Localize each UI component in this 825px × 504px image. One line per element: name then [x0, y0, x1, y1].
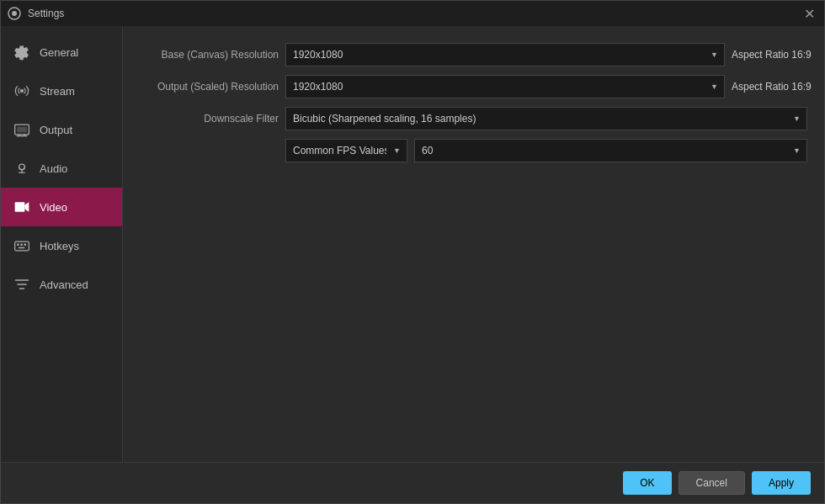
output-resolution-control: 1920x1080 1280x720 854x480 640x360 Aspec… [285, 75, 807, 98]
bottom-bar: OK Cancel Apply [1, 462, 824, 503]
svg-rect-7 [17, 244, 19, 247]
output-aspect-ratio: Aspect Ratio 16:9 [732, 81, 807, 93]
svg-point-1 [20, 89, 24, 93]
fps-type-select[interactable]: Common FPS Values Integer FPS Value Frac… [285, 139, 407, 162]
svg-rect-3 [17, 127, 27, 133]
base-aspect-ratio: Aspect Ratio 16:9 [732, 49, 807, 61]
base-resolution-control: 1920x1080 2560x1440 3840x2160 1280x720 A… [285, 43, 807, 66]
sidebar-label-hotkeys: Hotkeys [40, 240, 79, 252]
settings-window: Settings ✕ General [0, 0, 825, 504]
downscale-filter-label: Downscale Filter [140, 113, 279, 125]
video-icon [13, 198, 31, 216]
gear-icon [13, 43, 31, 61]
sidebar-label-advanced: Advanced [40, 279, 88, 291]
advanced-icon [13, 275, 31, 294]
sidebar-item-stream[interactable]: Stream [1, 72, 122, 110]
svg-rect-10 [19, 247, 24, 249]
stream-icon [13, 82, 31, 100]
fps-row: Common FPS Values Integer FPS Value Frac… [140, 139, 807, 162]
sidebar-item-audio[interactable]: Audio [1, 149, 122, 188]
base-resolution-row: Base (Canvas) Resolution 1920x1080 2560x… [140, 43, 807, 66]
fps-value-select[interactable]: 60 59.94 (NTSC) 50 30 29.97 (NTSC) 25 (P… [414, 139, 807, 162]
downscale-filter-control: Bicubic (Sharpened scaling, 16 samples) … [285, 107, 807, 130]
window-title: Settings [28, 8, 64, 19]
base-resolution-dropdown-wrapper: 1920x1080 2560x1440 3840x2160 1280x720 [285, 43, 725, 66]
sidebar-label-stream: Stream [40, 85, 75, 98]
fps-value-wrapper: 60 59.94 (NTSC) 50 30 29.97 (NTSC) 25 (P… [414, 139, 807, 162]
svg-rect-9 [24, 244, 27, 247]
close-button[interactable]: ✕ [801, 5, 817, 22]
hotkeys-icon [13, 236, 31, 255]
output-resolution-dropdown-wrapper: 1920x1080 1280x720 854x480 640x360 [285, 75, 725, 98]
output-resolution-label: Output (Scaled) Resolution [140, 81, 279, 93]
sidebar-item-video[interactable]: Video [1, 188, 122, 226]
sidebar-item-advanced[interactable]: Advanced [1, 265, 122, 304]
output-resolution-select[interactable]: 1920x1080 1280x720 854x480 640x360 [285, 75, 725, 98]
base-resolution-label: Base (Canvas) Resolution [140, 49, 279, 61]
downscale-dropdown-wrapper: Bicubic (Sharpened scaling, 16 samples) … [285, 107, 807, 130]
sidebar-item-output[interactable]: Output [1, 110, 122, 149]
main-content: Base (Canvas) Resolution 1920x1080 2560x… [123, 26, 824, 462]
base-resolution-select[interactable]: 1920x1080 2560x1440 3840x2160 1280x720 [285, 43, 725, 66]
settings-grid: Base (Canvas) Resolution 1920x1080 2560x… [140, 43, 807, 162]
audio-icon [13, 159, 31, 178]
sidebar-item-general[interactable]: General [1, 33, 122, 72]
sidebar-label-audio: Audio [40, 162, 67, 175]
app-icon [8, 7, 21, 20]
sidebar-label-video: Video [40, 201, 67, 214]
svg-rect-6 [15, 241, 29, 251]
sidebar: General Stream [1, 26, 123, 462]
ok-button[interactable]: OK [623, 471, 671, 495]
downscale-filter-row: Downscale Filter Bicubic (Sharpened scal… [140, 107, 807, 130]
fps-control: Common FPS Values Integer FPS Value Frac… [285, 139, 807, 162]
titlebar-left: Settings [8, 7, 64, 20]
svg-rect-5 [15, 202, 25, 212]
svg-rect-8 [20, 244, 23, 247]
output-resolution-row: Output (Scaled) Resolution 1920x1080 128… [140, 75, 807, 98]
output-icon [13, 120, 31, 139]
titlebar: Settings ✕ [1, 1, 824, 26]
apply-button[interactable]: Apply [752, 471, 811, 495]
fps-type-wrapper: Common FPS Values Integer FPS Value Frac… [285, 139, 407, 162]
cancel-button[interactable]: Cancel [679, 471, 745, 495]
content-area: General Stream [1, 26, 824, 462]
sidebar-label-output: Output [40, 124, 72, 136]
sidebar-item-hotkeys[interactable]: Hotkeys [1, 226, 122, 265]
sidebar-label-general: General [40, 46, 78, 59]
downscale-filter-select[interactable]: Bicubic (Sharpened scaling, 16 samples) … [285, 107, 807, 130]
